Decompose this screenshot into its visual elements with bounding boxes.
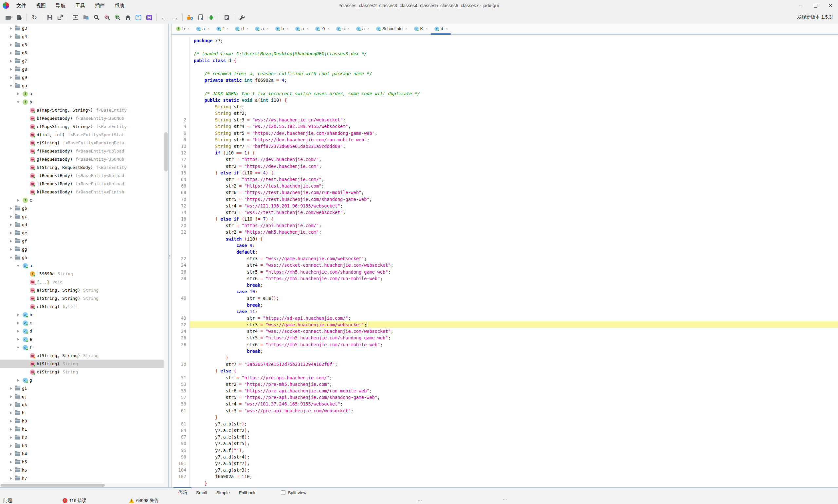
tree-item-gb[interactable]: gb [0, 204, 164, 212]
code-line-text[interactable]: /* JADX WARN: Can't fix incorrect switch… [190, 90, 838, 97]
minimize-button[interactable]: − [793, 0, 808, 11]
panel-splitter[interactable]: ••• [168, 23, 172, 487]
code-line-text[interactable]: } [190, 355, 838, 361]
code-line-text[interactable]: public static void a(int i10) { [190, 97, 838, 104]
text-search-icon[interactable] [92, 13, 101, 22]
code-line-text[interactable]: String str7 = "baff872373d605e61dab331a5… [190, 143, 838, 149]
tree-item-h[interactable]: h [0, 409, 164, 417]
editor-tab-a-6[interactable]: ca× [292, 23, 311, 34]
tree-item-b[interactable]: cb [0, 310, 164, 319]
code-line-text[interactable]: str = e.a(); [190, 295, 838, 302]
chevron-down-icon[interactable] [16, 345, 21, 350]
chevron-right-icon[interactable] [8, 58, 14, 64]
tree-item-h3[interactable]: h3 [0, 442, 164, 450]
code-line-text[interactable]: str7 = "3ab365742e1512d75b2313294a162f0f… [190, 361, 838, 367]
code-line-text[interactable]: str5 = "https://test.huachenjie.com/shan… [190, 196, 838, 202]
chevron-down-icon[interactable] [8, 83, 14, 88]
code-line-text[interactable]: } [190, 480, 838, 487]
tree-item-h6[interactable]: h6 [0, 466, 164, 474]
code-line-text[interactable]: package x7; [190, 37, 838, 44]
mode-tab-smali[interactable]: Smali [192, 488, 212, 497]
chevron-right-icon[interactable] [16, 320, 21, 326]
tree-item-g9[interactable]: g9 [0, 73, 164, 82]
tree-item-bstringstring[interactable]: mb(String, String)String [0, 294, 164, 302]
code-line-text[interactable]: str5 = "https://mh5.huachenjie.com/shand… [190, 269, 838, 275]
code-line-text[interactable]: str3 = "wss://game.huachenjie.com/websoc… [190, 321, 838, 328]
tree-item-gg[interactable]: gg [0, 245, 164, 253]
chevron-right-icon[interactable] [8, 476, 14, 481]
chevron-right-icon[interactable] [8, 418, 14, 424]
code-line-text[interactable]: str5 = "https://pre-api.huachenjie.com/s… [190, 394, 838, 400]
warning-count[interactable]: 64998 警告 [136, 498, 158, 504]
code-line-text[interactable]: String str3 = "wss://ws.huachenjie.cn/we… [190, 116, 838, 123]
code-line-text[interactable]: str5 = "https://mh5.huachenjie.com/shand… [190, 335, 838, 341]
code-line-text[interactable]: String str6 = "https://dev.huachenjie.co… [190, 137, 838, 143]
tree-item-f59690a[interactable]: ff59690aString [0, 270, 164, 278]
code-line-text[interactable]: y7.a.g(str3); [190, 467, 838, 473]
chevron-right-icon[interactable] [8, 214, 14, 219]
chevron-right-icon[interactable] [16, 378, 21, 383]
chevron-down-icon[interactable] [16, 263, 21, 268]
tree-item-brequestbody[interactable]: mb(RequestBody)f<BaseEntity<JSONOb [0, 114, 164, 122]
code-line-text[interactable]: str6 = "https://mh5.huachenjie.com/run-m… [190, 275, 838, 282]
tab-close-icon[interactable]: × [405, 26, 407, 31]
editor-tab-a-1[interactable]: ca× [193, 23, 212, 34]
code-line-text[interactable]: y7.a.c(str2); [190, 427, 838, 434]
code-line-text[interactable]: } [190, 414, 838, 420]
maximize-button[interactable] [808, 0, 823, 11]
main-activity-icon[interactable] [124, 13, 132, 22]
chevron-right-icon[interactable] [16, 328, 21, 334]
save-all-icon[interactable] [46, 13, 54, 22]
add-files-icon[interactable] [15, 13, 23, 22]
code-line-text[interactable]: if (i10 == 1) { [190, 149, 838, 156]
tree-item-g4[interactable]: g4 [0, 32, 164, 40]
tree-item-dintint[interactable]: md(int, int)f<BaseEntity<SportStat [0, 130, 164, 139]
chevron-right-icon[interactable] [8, 222, 14, 228]
tree-item-h5[interactable]: h5 [0, 458, 164, 466]
code-line-text[interactable]: str3 = "wss://test.huachenjie.com/websoc… [190, 209, 838, 216]
tree-item-h7[interactable]: h7 [0, 474, 164, 482]
editor-tab-b-5[interactable]: cb× [272, 23, 292, 34]
tree-item-gj[interactable]: gj [0, 392, 164, 400]
tree-item-gh[interactable]: gh [0, 253, 164, 262]
chevron-right-icon[interactable] [8, 238, 14, 244]
tree-item-gc[interactable]: gc [0, 212, 164, 220]
code-line-text[interactable]: break; [190, 348, 838, 355]
chevron-right-icon[interactable] [8, 206, 14, 211]
tree-item-e[interactable]: ce [0, 335, 164, 343]
tab-close-icon[interactable]: × [327, 26, 329, 31]
tree-item-g[interactable]: cg [0, 376, 164, 384]
code-line-text[interactable]: str = "https://test.huachenjie.com/"; [190, 176, 838, 183]
tree-item-h2[interactable]: h2 [0, 433, 164, 442]
chevron-right-icon[interactable] [8, 230, 14, 236]
tab-close-icon[interactable]: × [347, 26, 350, 31]
editor-tab-schoolinfo-10[interactable]: cSchoolInfo× [373, 23, 410, 34]
code-line-text[interactable]: str = "https://api.huachenjie.com/"; [190, 222, 838, 229]
tab-close-icon[interactable]: × [286, 26, 289, 31]
log-viewer-icon[interactable] [222, 13, 231, 22]
chevron-right-icon[interactable] [8, 34, 14, 39]
tree-item-c[interactable]: cc [0, 319, 164, 327]
tree-item-krequestbody[interactable]: mk(RequestBody)f<BaseEntity<Finish [0, 188, 164, 196]
code-line-text[interactable]: /* renamed from: a, reason: collision wi… [190, 70, 838, 77]
tree-item-g3[interactable]: g3 [0, 24, 164, 32]
tree-item-frequestbody[interactable]: mf(RequestBody)f<BaseEntity<Upload [0, 147, 164, 155]
menu-item-3[interactable]: 工具 [71, 1, 89, 10]
code-line-text[interactable]: /* loaded from: C:\Users\Mnzn\Desktop\Sh… [190, 50, 838, 57]
tree-item-estring[interactable]: me(String)f<BaseEntity<RunningDeta [0, 139, 164, 147]
chevron-right-icon[interactable] [8, 410, 14, 416]
code-line-text[interactable]: f66902a = i10; [190, 473, 838, 480]
tree-item-g8[interactable]: g8 [0, 65, 164, 73]
split-view-toggle[interactable]: Split view [281, 490, 306, 495]
class-search-icon[interactable] [103, 13, 111, 22]
preferences-icon[interactable] [238, 13, 246, 22]
split-view-checkbox[interactable] [281, 490, 285, 495]
code-line-text[interactable]: String str; [190, 104, 838, 110]
tree-item-g7[interactable]: g7 [0, 57, 164, 65]
tree-item-grequestbody[interactable]: mg(RequestBody)f<BaseEntity<JSONOb [0, 155, 164, 163]
tree-item-g6[interactable]: g6 [0, 49, 164, 57]
code-line-text[interactable]: } else if (i10 != 7) { [190, 216, 838, 222]
code-line-text[interactable]: y7.a.b(str); [190, 420, 838, 427]
tree-item-ge[interactable]: ge [0, 229, 164, 237]
editor-tab-a-4[interactable]: ca× [251, 23, 271, 34]
